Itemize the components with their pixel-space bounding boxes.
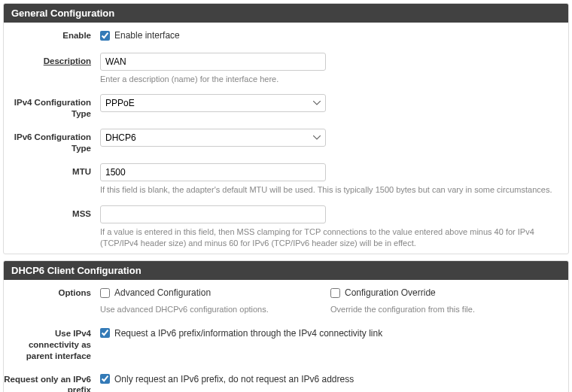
general-config-header: General Configuration xyxy=(4,4,568,23)
ipv4-type-select[interactable]: PPPoE xyxy=(100,94,326,112)
enable-label: Enable xyxy=(4,27,100,41)
advanced-config-text: Advanced Configuration xyxy=(114,287,211,298)
mss-help: If a value is entered in this field, the… xyxy=(100,226,561,250)
description-input[interactable] xyxy=(100,53,326,71)
only-prefix-label: Request only an IPv6 prefix xyxy=(4,371,100,392)
mss-input[interactable] xyxy=(100,205,326,223)
dhcp6-config-header: DHCP6 Client Configuration xyxy=(4,261,568,280)
advanced-config-row[interactable]: Advanced Configuration xyxy=(100,284,330,301)
ipv4-type-label: IPv4 Configuration Type xyxy=(4,94,100,120)
ipv4-parent-label: Use IPv4 connectivity as parent interfac… xyxy=(4,325,100,362)
ipv6-type-select[interactable]: DHCP6 xyxy=(100,129,326,147)
only-prefix-checkbox[interactable] xyxy=(100,374,110,384)
options-label: Options xyxy=(4,284,100,299)
advanced-config-checkbox[interactable] xyxy=(100,288,110,298)
description-label: Description xyxy=(4,53,100,67)
ipv4-parent-text: Request a IPv6 prefix/information throug… xyxy=(114,328,382,339)
config-override-help: Override the configuration from this fil… xyxy=(330,304,561,315)
description-help: Enter a description (name) for the inter… xyxy=(100,74,561,85)
enable-interface-checkbox[interactable] xyxy=(100,31,110,41)
ipv4-parent-checkbox[interactable] xyxy=(100,328,110,338)
mtu-input[interactable] xyxy=(100,163,326,181)
mtu-label: MTU xyxy=(4,163,100,178)
only-prefix-text: Only request an IPv6 prefix, do not requ… xyxy=(114,374,354,384)
only-prefix-row[interactable]: Only request an IPv6 prefix, do not requ… xyxy=(100,371,561,387)
advanced-config-help: Use advanced DHCPv6 configuration option… xyxy=(100,304,330,315)
mtu-help: If this field is blank, the adapter's de… xyxy=(100,184,561,196)
config-override-checkbox[interactable] xyxy=(330,288,340,298)
enable-interface-checkbox-row[interactable]: Enable interface xyxy=(100,27,561,44)
general-config-panel: General Configuration Enable Enable inte… xyxy=(3,3,569,254)
enable-interface-text: Enable interface xyxy=(114,30,180,41)
mss-label: MSS xyxy=(4,205,100,220)
config-override-text: Configuration Override xyxy=(345,287,436,298)
config-override-row[interactable]: Configuration Override xyxy=(330,284,561,301)
dhcp6-config-panel: DHCP6 Client Configuration Options Advan… xyxy=(3,260,569,392)
ipv6-type-label: IPv6 Configuration Type xyxy=(4,129,100,154)
ipv4-parent-row[interactable]: Request a IPv6 prefix/information throug… xyxy=(100,325,561,342)
